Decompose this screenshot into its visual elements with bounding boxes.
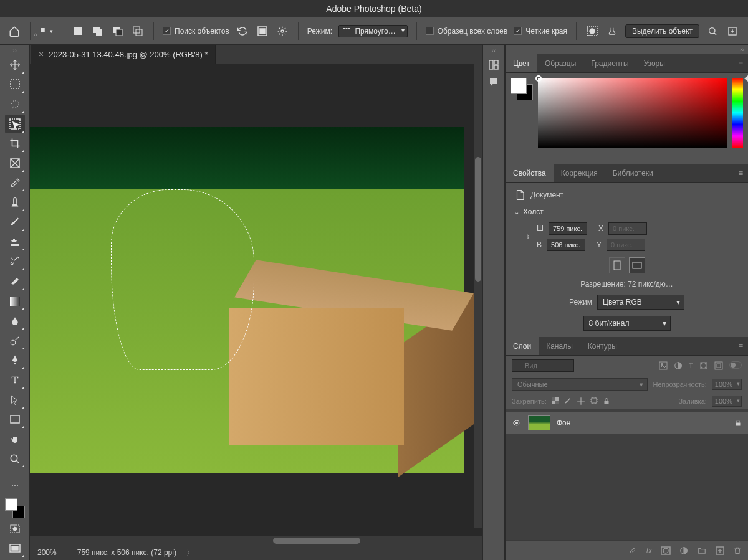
color-panel-menu-icon[interactable]: ≡ xyxy=(734,54,748,72)
filter-shape-icon[interactable] xyxy=(699,361,708,371)
document-tab[interactable]: × 2023-05-31 13.40.48.jpg @ 200% (RGB/8)… xyxy=(31,45,216,64)
eyedropper-tool[interactable] xyxy=(5,174,25,192)
bit-depth-select[interactable]: 8 бит/канал xyxy=(583,316,671,331)
layer-thumbnail[interactable] xyxy=(528,415,550,430)
canvas-viewport[interactable] xyxy=(30,64,482,536)
overlay-settings-icon[interactable] xyxy=(256,24,269,38)
screen-mode-icon[interactable] xyxy=(5,539,25,558)
share-icon[interactable] xyxy=(726,24,739,38)
gear-icon[interactable] xyxy=(276,24,289,38)
tab-properties[interactable]: Свойства xyxy=(506,164,554,182)
close-tab-icon[interactable]: × xyxy=(39,49,44,59)
expand-panels-icon[interactable]: ›› xyxy=(736,45,748,54)
color-mode-select[interactable]: Цвета RGB xyxy=(597,295,684,310)
beaker-icon[interactable] xyxy=(605,24,619,38)
home-icon[interactable] xyxy=(7,24,21,38)
lock-pixels-icon[interactable] xyxy=(564,397,572,406)
status-more-icon[interactable]: 〉 xyxy=(186,548,194,558)
hand-tool[interactable] xyxy=(5,430,25,448)
layer-effects-icon[interactable]: fx xyxy=(646,546,652,555)
tab-color[interactable]: Цвет xyxy=(506,54,537,72)
canvas-group-toggle[interactable]: ⌄ Холст xyxy=(514,207,739,216)
blend-mode-select[interactable]: Обычные xyxy=(512,378,648,391)
lasso-tool[interactable] xyxy=(5,95,25,113)
visibility-toggle-icon[interactable] xyxy=(512,419,522,427)
new-selection-icon[interactable] xyxy=(71,24,85,38)
path-selection-tool[interactable] xyxy=(5,391,25,409)
tab-libraries[interactable]: Библиотеки xyxy=(605,164,661,182)
panel-color-swatches[interactable] xyxy=(511,78,533,100)
object-selection-tool[interactable] xyxy=(5,115,25,133)
zoom-tool[interactable] xyxy=(5,450,25,468)
canvas[interactable] xyxy=(30,127,464,473)
healing-brush-tool[interactable] xyxy=(5,193,25,212)
foreground-color-swatch[interactable] xyxy=(5,498,17,511)
tab-swatches[interactable]: Образцы xyxy=(537,54,583,72)
hard-edges-checkbox[interactable]: ✓ Четкие края xyxy=(514,27,567,36)
tab-channels[interactable]: Каналы xyxy=(539,337,580,355)
layer-name[interactable]: Фон xyxy=(557,419,728,427)
blur-tool[interactable] xyxy=(5,311,25,330)
color-swatches[interactable] xyxy=(5,498,25,518)
width-input[interactable] xyxy=(549,222,587,235)
refresh-icon[interactable] xyxy=(236,24,249,38)
layer-row[interactable]: Фон xyxy=(506,412,748,434)
select-mask-icon[interactable] xyxy=(585,24,599,38)
type-tool[interactable] xyxy=(5,371,25,389)
horizontal-scrollbar[interactable] xyxy=(30,536,482,545)
marquee-tool[interactable] xyxy=(5,75,25,94)
tab-adjustments[interactable]: Коррекция xyxy=(554,164,605,182)
rectangle-tool[interactable] xyxy=(5,411,25,429)
frame-tool[interactable] xyxy=(5,154,25,173)
quick-mask-icon[interactable] xyxy=(5,520,25,538)
link-dimensions-icon[interactable] xyxy=(524,229,532,244)
add-selection-icon[interactable] xyxy=(91,24,105,38)
layer-filter-input[interactable] xyxy=(512,359,574,372)
zoom-level[interactable]: 200% xyxy=(37,548,57,557)
lock-artboard-icon[interactable] xyxy=(590,397,598,406)
arrange-icon[interactable] xyxy=(487,58,501,72)
opacity-value[interactable]: 100% xyxy=(712,379,742,390)
pen-tool[interactable] xyxy=(5,351,25,370)
expand-left-icon[interactable]: ‹‹ xyxy=(30,31,42,38)
filter-smart-icon[interactable] xyxy=(714,361,723,371)
comments-icon[interactable] xyxy=(487,75,501,89)
mode-select[interactable]: Прямоуго… xyxy=(338,25,408,37)
delete-layer-icon[interactable] xyxy=(733,546,742,556)
orientation-portrait-button[interactable] xyxy=(609,257,625,273)
intersect-selection-icon[interactable] xyxy=(131,24,145,38)
filter-type-icon[interactable]: T xyxy=(689,361,693,371)
select-subject-button[interactable]: Выделить объект xyxy=(625,24,699,38)
properties-panel-menu-icon[interactable]: ≡ xyxy=(734,164,748,182)
tab-patterns[interactable]: Узоры xyxy=(636,54,673,72)
lock-all-icon[interactable] xyxy=(603,397,610,406)
saturation-value-picker[interactable] xyxy=(538,78,727,148)
new-group-icon[interactable] xyxy=(697,546,707,555)
new-adjustment-layer-icon[interactable] xyxy=(679,546,688,555)
filter-pixel-icon[interactable] xyxy=(659,361,668,371)
search-icon[interactable] xyxy=(706,24,719,38)
orientation-landscape-button[interactable] xyxy=(629,257,645,273)
layers-panel-menu-icon[interactable]: ≡ xyxy=(734,337,748,355)
lock-transparency-icon[interactable] xyxy=(552,397,559,406)
layer-lock-icon[interactable] xyxy=(734,419,742,427)
vertical-scrollbar[interactable] xyxy=(474,64,482,528)
edit-toolbar-icon[interactable]: ⋯ xyxy=(5,476,25,495)
find-objects-checkbox[interactable]: ✓ Поиск объектов xyxy=(163,27,229,36)
tab-layers[interactable]: Слои xyxy=(506,337,539,355)
dodge-tool[interactable] xyxy=(5,331,25,350)
lock-position-icon[interactable] xyxy=(577,397,585,406)
subtract-selection-icon[interactable] xyxy=(111,24,125,38)
new-layer-icon[interactable] xyxy=(716,546,724,555)
crop-tool[interactable] xyxy=(5,135,25,153)
gradient-tool[interactable] xyxy=(5,292,25,311)
filter-toggle-icon[interactable] xyxy=(729,361,742,369)
history-brush-tool[interactable] xyxy=(5,252,25,271)
expand-mid-icon[interactable]: ‹‹ xyxy=(488,47,500,54)
sample-all-layers-checkbox[interactable]: Образец всех слоев xyxy=(426,27,508,36)
height-input[interactable] xyxy=(547,239,585,251)
filter-adjustment-icon[interactable] xyxy=(674,361,683,371)
brush-tool[interactable] xyxy=(5,213,25,232)
collapse-toolbar-icon[interactable]: ›› xyxy=(9,47,21,54)
tab-gradients[interactable]: Градиенты xyxy=(583,54,636,72)
